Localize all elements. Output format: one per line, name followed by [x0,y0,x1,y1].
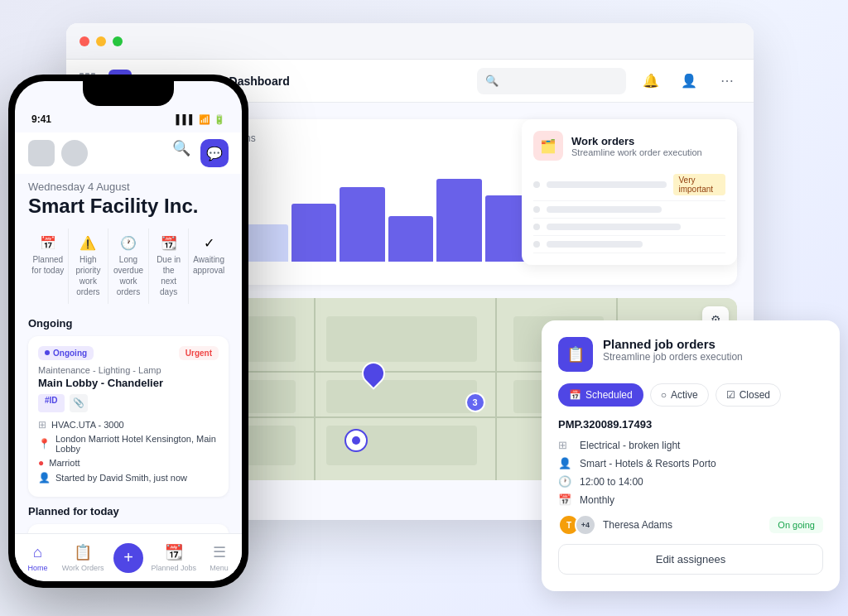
job-ref: ⊞ HVAC.UTA - 3000 [38,419,219,431]
job-card-ongoing: Ongoing Urgent Maintenance - Lighting - … [28,336,229,497]
location-icon: 📍 [38,438,51,450]
work-orders-subtitle: Streamline work order execution [571,147,702,157]
browser-titlebar [66,23,754,60]
nav-home[interactable]: ⌂ Home [15,534,60,581]
chart-bar [388,216,434,262]
section-ongoing-title: Ongoing [28,317,229,330]
job-subtitle: Maintenance - Lighting - Lamp [38,365,219,375]
signal-icon: ▌▌▌ [176,114,195,124]
tag-id: #ID [38,394,65,412]
phone-topbar: 🔍 💬 [15,132,242,174]
pjo-icon: 📋 [558,337,593,372]
nav-add[interactable]: + [106,534,152,581]
phone-avatar [28,140,55,166]
closed-check-icon: ☑ [726,389,735,401]
wo-item-dot [533,206,540,213]
stat-awaiting[interactable]: ✓ Awaitingapproval [189,229,229,304]
stat-planned-label: Plannedfor today [31,254,65,276]
attachment-icon[interactable]: 📎 [70,394,88,412]
battery-icon: 🔋 [214,114,225,125]
pjo-subtitle: Streamline job orders execution [603,351,743,363]
phone-avatar-2 [61,140,88,166]
nav-planned-jobs[interactable]: 📆 Planned Jobs [151,534,196,581]
stat-planned[interactable]: 📅 Plannedfor today [28,229,69,304]
phone-screen: 9:41 ▌▌▌ 📶 🔋 🔍 💬 Wednesday 4 August Smar… [15,81,242,581]
dot-close[interactable] [80,36,89,46]
wifi-icon: 📶 [199,114,210,125]
tab-closed[interactable]: ☑ Closed [716,383,781,407]
tag-row: #ID 📎 [38,394,219,412]
badge-urgent: Urgent [179,346,219,360]
order-id: PMP.320089.17493 [558,418,823,431]
phone-status-bar: 9:41 ▌▌▌ 📶 🔋 [15,106,242,132]
chart-bar [292,204,337,262]
more-icon[interactable]: ⋯ [714,68,740,94]
badge-important: Very important [673,174,725,195]
work-order-item [533,236,725,253]
search-bar[interactable]: 🔍 [477,68,626,94]
avatar-stack: T +4 [558,514,596,536]
stat-priority-icon: ⚠️ [72,235,105,251]
order-detail-frequency: 📅 Monthly [558,493,823,506]
map-pin-2[interactable]: 3 [465,392,485,412]
user-icon[interactable]: 👤 [676,68,702,94]
search-icon[interactable]: 🔍 [172,139,190,167]
stat-due[interactable]: 📆 Due in thenext days [149,229,190,304]
work-orders-icon: 🗂️ [533,131,563,161]
order-detail-company: 👤 Smart - Hotels & Resorts Porto [558,457,823,469]
stat-overdue-icon: 🕐 [112,235,145,251]
work-orders-nav-icon: 📋 [74,543,92,561]
job-started-by: 👤 Started by David Smith, just now [38,472,219,484]
nav-work-orders[interactable]: 📋 Work Orders [60,534,106,581]
dot-minimize[interactable] [96,36,106,46]
order-detail-time: 🕐 12:00 to 14:00 [558,475,823,488]
tab-active[interactable]: ○ Active [650,383,709,407]
ref-icon: ⊞ [38,419,46,431]
stat-high-priority[interactable]: ⚠️ High prioritywork orders [69,229,109,304]
stat-awaiting-icon: ✓ [192,235,225,251]
work-orders-card: 🗂️ Work orders Streamline work order exe… [522,119,737,265]
status-ongoing-badge: Ongoing [38,346,94,360]
calendar-detail-icon: 📅 [558,493,571,506]
dot-maximize[interactable] [113,36,123,46]
tab-scheduled[interactable]: 📅 Scheduled [558,383,643,407]
phone-company: Smart Facility Inc. [28,195,229,219]
work-orders-title: Work orders [571,135,702,147]
person-detail-icon: 👤 [558,457,571,469]
active-circle-icon: ○ [661,389,667,401]
quick-stats: 📅 Plannedfor today ⚠️ High prioritywork … [28,229,229,304]
clock-detail-icon: 🕐 [558,475,571,488]
job-location: 📍 London Marriott Hotel Kensington, Main… [38,434,219,454]
planned-job-orders-card: 📋 Planned job orders Streamline job orde… [542,320,840,591]
ongoing-status-badge: On going [769,517,823,533]
order-detail-electrical: ⊞ Electrical - broken light [558,439,823,451]
add-button[interactable]: + [113,543,143,573]
search-icon: 🔍 [485,75,499,87]
stat-due-label: Due in thenext days [152,254,186,297]
pjo-tabs: 📅 Scheduled ○ Active ☑ Closed [558,383,823,407]
chat-icon-button[interactable]: 💬 [200,139,229,167]
phone-frame: 9:41 ▌▌▌ 📶 🔋 🔍 💬 Wednesday 4 August Smar… [8,75,248,588]
stat-planned-icon: 📅 [31,235,65,251]
pjo-title: Planned job orders [603,337,743,351]
job-client: ● Marriott [38,457,219,469]
job-card-header: Ongoing Urgent [38,346,219,360]
section-planned-title: Planned for today [28,505,229,517]
assignee-left: T +4 Theresa Adams [558,514,672,536]
phone-content: Wednesday 4 August Smart Facility Inc. 📅… [15,174,242,575]
stat-awaiting-label: Awaitingapproval [192,254,225,276]
phone-time: 9:41 [31,113,51,125]
grid-icon: ⊞ [558,439,571,451]
stat-priority-label: High prioritywork orders [72,254,105,297]
map-pin-3[interactable] [344,429,368,452]
job-title: Main Lobby - Chandelier [38,377,219,389]
stat-overdue[interactable]: 🕐 Long overduework orders [108,229,149,304]
menu-icon: ☰ [213,543,226,561]
avatar-count: +4 [575,514,596,536]
edit-assignees-button[interactable]: Edit assignees [558,544,823,575]
nav-menu[interactable]: ☰ Menu [196,534,242,581]
status-icons: ▌▌▌ 📶 🔋 [176,114,225,125]
bell-icon[interactable]: 🔔 [638,68,664,94]
chart-bar [436,179,482,262]
stat-overdue-label: Long overduework orders [112,254,145,297]
